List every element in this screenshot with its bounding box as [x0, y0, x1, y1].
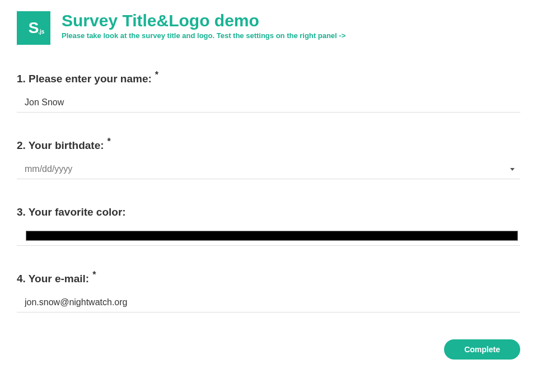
- complete-button[interactable]: Complete: [444, 339, 520, 360]
- question-label-email: 4. Your e-mail: *: [17, 273, 520, 285]
- question-color: 3. Your favorite color:: [17, 206, 520, 246]
- color-input[interactable]: [26, 231, 518, 241]
- survey-description: Please take look at the survey title and…: [62, 31, 345, 40]
- survey-title: Survey Title&Logo demo: [62, 11, 345, 30]
- logo-letter: S: [29, 19, 39, 36]
- logo-main-text: S.js: [29, 20, 39, 36]
- birthdate-input[interactable]: [25, 164, 510, 174]
- logo-subscript: .js: [38, 29, 44, 35]
- question-label-name: 1. Please enter your name: *: [17, 73, 520, 85]
- name-input-wrap: [17, 97, 520, 113]
- question-birthdate: 2. Your birthdate: *: [17, 139, 520, 179]
- email-input-wrap: [17, 297, 520, 312]
- required-marker: *: [108, 137, 111, 147]
- question-label-birthdate: 2. Your birthdate: *: [17, 139, 520, 152]
- question-4-text: 4. Your e-mail:: [17, 273, 89, 285]
- question-label-color: 3. Your favorite color:: [17, 206, 520, 218]
- survey-logo: S.js: [17, 11, 50, 45]
- footer: Complete: [17, 339, 520, 360]
- question-2-text: 2. Your birthdate:: [17, 139, 104, 152]
- name-input[interactable]: [25, 97, 520, 108]
- survey-header: S.js Survey Title&Logo demo Please take …: [17, 11, 520, 45]
- question-1-text: 1. Please enter your name:: [17, 73, 152, 85]
- question-3-text: 3. Your favorite color:: [17, 206, 126, 218]
- question-email: 4. Your e-mail: *: [17, 273, 520, 312]
- required-marker: *: [155, 70, 158, 80]
- title-group: Survey Title&Logo demo Please take look …: [62, 11, 345, 40]
- question-name: 1. Please enter your name: *: [17, 73, 520, 113]
- required-marker: *: [92, 270, 96, 280]
- chevron-down-icon: [510, 168, 515, 171]
- email-input[interactable]: [25, 297, 520, 307]
- color-input-wrap: [17, 231, 520, 246]
- birthdate-input-wrap[interactable]: [17, 164, 520, 179]
